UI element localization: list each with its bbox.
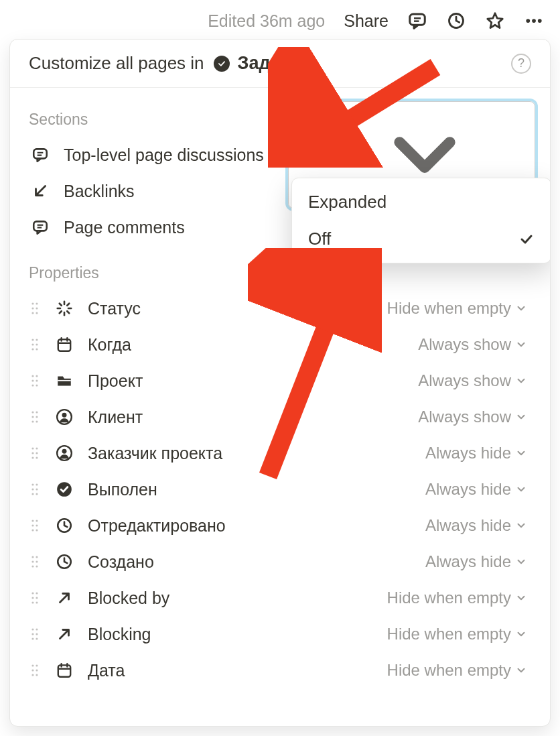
panel-header: Customize all pages in Задачи ? [10, 40, 550, 88]
comments-icon[interactable] [407, 11, 427, 31]
chevron-down-icon [515, 483, 527, 495]
drag-handle-icon[interactable] [29, 591, 41, 605]
property-row[interactable]: СозданоAlways hide [29, 544, 531, 580]
property-visibility-dropdown[interactable]: Always show [414, 406, 531, 428]
verified-badge-icon [214, 56, 230, 72]
check-circle-icon [53, 478, 76, 501]
property-label: Создано [88, 552, 154, 572]
property-visibility-value: Always show [418, 335, 511, 354]
person-icon [53, 406, 76, 428]
drag-handle-icon[interactable] [29, 555, 41, 568]
section-label: Backlinks [64, 182, 135, 201]
share-button[interactable]: Share [344, 11, 389, 31]
property-visibility-dropdown[interactable]: Hide when empty [383, 298, 531, 319]
property-visibility-dropdown[interactable]: Hide when empty [383, 660, 531, 681]
property-visibility-value: Hide when empty [387, 589, 511, 607]
chevron-down-icon [515, 339, 527, 351]
property-visibility-value: Always show [418, 408, 511, 426]
header-prefix: Customize all pages in [29, 53, 204, 74]
drag-handle-icon[interactable] [29, 664, 41, 677]
drag-handle-icon[interactable] [29, 446, 41, 460]
chevron-down-icon [515, 375, 527, 387]
property-row[interactable]: ДатаHide when empty [29, 652, 531, 688]
drag-handle-icon[interactable] [29, 374, 41, 387]
properties-heading: Properties [29, 264, 531, 282]
person-icon [53, 442, 76, 465]
property-visibility-dropdown[interactable]: Always show [414, 334, 531, 355]
chevron-down-icon [515, 556, 527, 568]
property-visibility-dropdown[interactable]: Always hide [421, 551, 531, 572]
dropdown-option-expanded[interactable]: Expanded [292, 184, 551, 221]
property-visibility-value: Always hide [425, 516, 511, 535]
property-visibility-value: Always hide [425, 444, 511, 463]
property-visibility-dropdown[interactable]: Hide when empty [383, 587, 531, 609]
property-visibility-dropdown[interactable]: Always hide [421, 515, 531, 536]
chevron-down-icon [515, 519, 527, 532]
drag-handle-icon[interactable] [29, 410, 41, 424]
arrow-down-left-icon [29, 180, 52, 202]
chevron-down-icon [515, 628, 527, 640]
comment-icon [29, 143, 52, 166]
clock-icon [53, 550, 76, 573]
folder-icon [53, 369, 76, 392]
property-visibility-dropdown[interactable]: Always hide [421, 442, 531, 464]
chevron-down-icon [515, 411, 527, 423]
property-label: Выполен [88, 480, 157, 499]
drag-handle-icon[interactable] [29, 338, 41, 351]
star-icon[interactable] [485, 11, 505, 31]
dropdown-option-label: Expanded [308, 192, 535, 212]
topbar: Edited 36m ago Share [0, 0, 560, 34]
arrow-up-right-icon [53, 587, 76, 609]
comment-icon [29, 216, 52, 239]
property-row[interactable]: ВыполенAlways hide [29, 471, 531, 507]
clock-icon [53, 514, 76, 537]
property-visibility-value: Always hide [425, 552, 511, 571]
dropdown-popover: Expanded Off [291, 178, 551, 263]
dropdown-option-off[interactable]: Off [292, 221, 551, 257]
dropdown-option-label: Off [308, 229, 518, 249]
history-icon[interactable] [446, 11, 466, 31]
property-visibility-value: Always show [418, 371, 511, 390]
drag-handle-icon[interactable] [29, 483, 41, 496]
property-label: Blocking [88, 625, 151, 644]
chevron-down-icon [515, 302, 527, 314]
property-row[interactable]: Blocked byHide when empty [29, 580, 531, 616]
chevron-down-icon [515, 447, 527, 459]
property-row[interactable]: ПроектAlways show [29, 363, 531, 399]
property-row[interactable]: КлиентAlways show [29, 399, 531, 435]
property-row[interactable]: Заказчик проектаAlways hide [29, 435, 531, 471]
property-label: Отредактировано [88, 516, 226, 536]
arrow-up-right-icon [53, 623, 76, 646]
property-visibility-dropdown[interactable]: Hide when empty [383, 623, 531, 645]
drag-handle-icon[interactable] [29, 627, 41, 641]
property-visibility-value: Hide when empty [387, 625, 511, 643]
property-label: Дата [88, 661, 125, 680]
check-icon [518, 231, 535, 247]
calendar-icon [53, 659, 76, 682]
property-visibility-dropdown[interactable]: Always show [414, 370, 531, 391]
property-label: Заказчик проекта [88, 444, 222, 463]
chevron-down-icon [515, 664, 527, 676]
property-visibility-dropdown[interactable]: Always hide [421, 479, 531, 500]
section-value: Off [299, 145, 321, 164]
spinner-icon [53, 297, 76, 320]
property-label: Когда [88, 335, 131, 355]
customize-panel: Customize all pages in Задачи ? Sections… [9, 39, 551, 727]
section-label: Page comments [64, 218, 185, 237]
section-label: Top-level page discussions [64, 145, 264, 165]
property-visibility-value: Always hide [425, 480, 511, 499]
property-label: Клиент [88, 408, 143, 427]
drag-handle-icon[interactable] [29, 302, 41, 315]
property-row[interactable]: BlockingHide when empty [29, 616, 531, 652]
calendar-icon [53, 333, 76, 356]
help-icon[interactable]: ? [511, 54, 531, 74]
property-row[interactable]: СтатусHide when empty [29, 290, 531, 326]
drag-handle-icon[interactable] [29, 519, 41, 532]
property-visibility-value: Hide when empty [387, 299, 511, 318]
property-row[interactable]: КогдаAlways show [29, 326, 531, 363]
more-icon[interactable] [524, 11, 544, 31]
chevron-down-icon [515, 592, 527, 604]
property-row[interactable]: ОтредактированоAlways hide [29, 507, 531, 544]
edited-label: Edited 36m ago [208, 11, 325, 31]
section-row-top-level-discussions[interactable]: Top-level page discussions Off [29, 137, 531, 173]
